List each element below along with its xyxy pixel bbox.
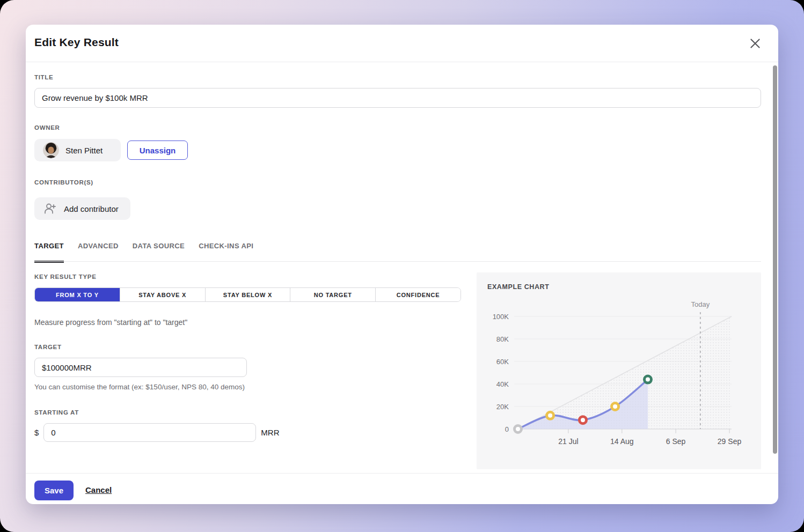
svg-text:Today: Today	[691, 300, 710, 308]
example-chart-panel: 020K40K60K80K100K21 Jul14 Aug6 Sep29 Sep…	[477, 272, 761, 469]
modal-title: Edit Key Result	[34, 36, 119, 49]
target-hint: You can customise the format (ex: $150/u…	[34, 383, 245, 391]
avatar	[43, 142, 59, 158]
svg-text:100K: 100K	[493, 313, 509, 321]
tab-check-ins-api[interactable]: CHECK-INS API	[199, 242, 253, 263]
owner-chip[interactable]: Sten Pittet	[34, 139, 121, 161]
key-result-type-segmented-control: FROM X TO Y STAY ABOVE X STAY BELOW X NO…	[34, 287, 461, 302]
starting-at-input[interactable]	[43, 423, 256, 442]
key-result-type-description: Measure progress from "starting at" to "…	[34, 318, 187, 327]
tab-bar: TARGET ADVANCED DATA SOURCE CHECK-INS AP…	[34, 242, 253, 263]
svg-text:40K: 40K	[496, 380, 509, 388]
svg-text:80K: 80K	[496, 335, 509, 343]
cancel-link[interactable]: Cancel	[85, 485, 112, 494]
segment-stay-below-x[interactable]: STAY BELOW X	[206, 288, 291, 301]
segment-stay-above-x[interactable]: STAY ABOVE X	[120, 288, 206, 301]
unit-suffix: MRR	[261, 428, 279, 437]
add-contributor-label: Add contributor	[64, 204, 119, 213]
owner-label: OWNER	[34, 124, 60, 131]
example-chart: 020K40K60K80K100K21 Jul14 Aug6 Sep29 Sep…	[477, 272, 761, 469]
svg-text:6 Sep: 6 Sep	[666, 437, 686, 446]
svg-text:60K: 60K	[496, 358, 509, 366]
svg-text:20K: 20K	[496, 403, 509, 411]
svg-text:14 Aug: 14 Aug	[610, 437, 634, 446]
segment-from-x-to-y[interactable]: FROM X TO Y	[35, 288, 120, 301]
example-chart-title: EXAMPLE CHART	[487, 283, 549, 291]
svg-text:0: 0	[505, 425, 509, 433]
modal-header: Edit Key Result	[26, 25, 778, 62]
tabs-divider	[34, 261, 761, 262]
save-button[interactable]: Save	[34, 481, 74, 500]
contributors-label: CONTRIBUTOR(S)	[34, 179, 93, 186]
tab-target[interactable]: TARGET	[34, 242, 64, 263]
close-icon[interactable]	[748, 36, 762, 50]
tab-advanced[interactable]: ADVANCED	[78, 242, 119, 263]
segment-confidence[interactable]: CONFIDENCE	[376, 288, 461, 301]
segment-no-target[interactable]: NO TARGET	[290, 288, 376, 301]
title-label: TITLE	[34, 74, 53, 80]
add-contributor-button[interactable]: Add contributor	[34, 197, 130, 220]
desktop-background: Edit Key Result TITLE OWNER	[0, 0, 804, 532]
currency-prefix: $	[34, 428, 39, 437]
unassign-button[interactable]: Unassign	[127, 141, 188, 160]
svg-text:29 Sep: 29 Sep	[718, 437, 742, 446]
scrollbar[interactable]	[773, 65, 777, 454]
edit-key-result-modal: Edit Key Result TITLE OWNER	[26, 25, 778, 504]
starting-at-row: $ MRR	[34, 423, 280, 442]
title-input[interactable]	[34, 88, 761, 108]
tab-data-source[interactable]: DATA SOURCE	[133, 242, 185, 263]
owner-name: Sten Pittet	[65, 146, 103, 155]
target-label: TARGET	[34, 344, 62, 350]
svg-text:21 Jul: 21 Jul	[558, 437, 578, 446]
key-result-type-label: KEY RESULT TYPE	[34, 274, 97, 280]
footer-divider	[26, 473, 778, 474]
person-plus-icon	[43, 202, 57, 216]
starting-at-label: STARTING AT	[34, 409, 79, 416]
target-input[interactable]	[34, 358, 247, 377]
